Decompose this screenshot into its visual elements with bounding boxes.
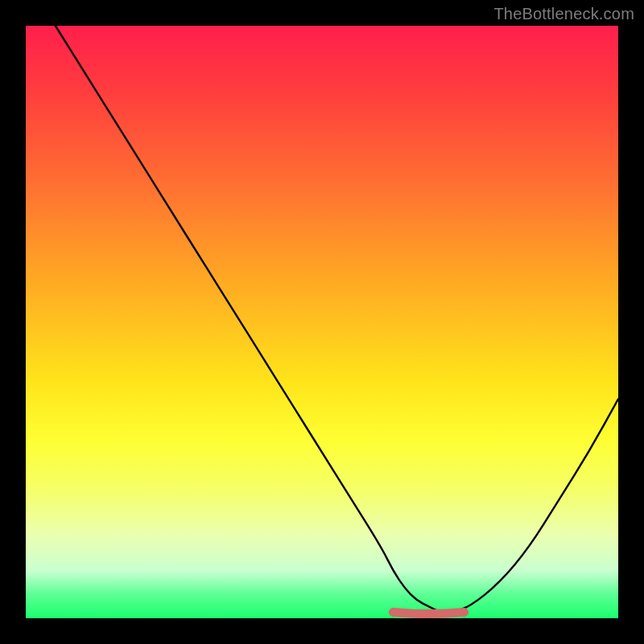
- chart-svg: [26, 26, 618, 618]
- chart-plot-area: [26, 26, 618, 618]
- chart-frame: TheBottleneck.com: [0, 0, 644, 644]
- highlight-segment: [393, 613, 464, 614]
- bottleneck-curve: [56, 26, 618, 613]
- watermark-text: TheBottleneck.com: [493, 5, 634, 23]
